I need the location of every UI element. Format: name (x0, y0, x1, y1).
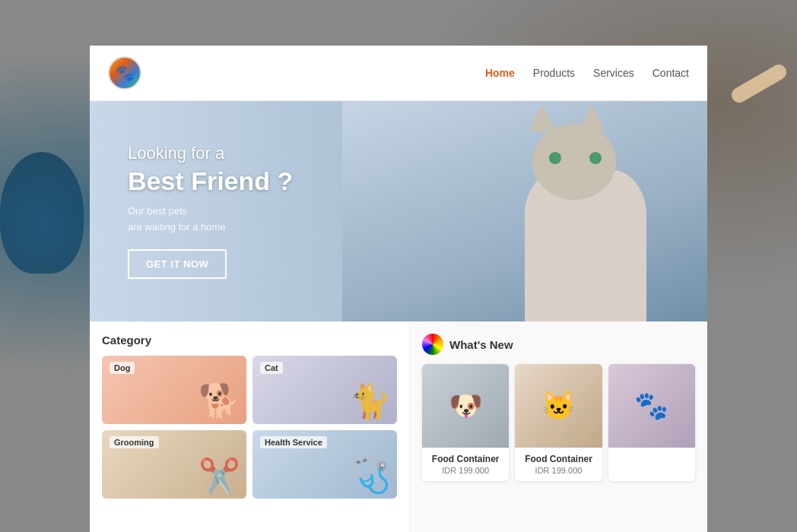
dog-emoji: 🐕 (198, 382, 240, 421)
whats-new-section: What's New 🐶 Food Container IDR 199.000 … (409, 321, 707, 532)
category-card-dog[interactable]: Dog 🐕 (102, 356, 246, 424)
category-title: Category (102, 334, 397, 347)
product-info-2 (608, 448, 695, 461)
health-label: Health Service (260, 436, 327, 448)
products-row: 🐶 Food Container IDR 199.000 🐱 Food Cont… (422, 364, 695, 481)
logo-icon: 🐾 (108, 56, 141, 90)
hero-desc-line1: Our best pets (128, 204, 293, 220)
product-emoji-2: 🐾 (634, 390, 668, 422)
dog-label: Dog (110, 362, 135, 374)
cat-ear-left (529, 105, 556, 131)
product-info-1: Food Container IDR 199.000 (515, 448, 602, 481)
rainbow-badge-icon (422, 334, 443, 355)
product-price-0: IDR 199.000 (428, 466, 503, 475)
bg-bowl-decoration (0, 152, 84, 274)
nav-contact[interactable]: Contact (653, 67, 689, 79)
product-emoji-0: 🐶 (449, 390, 483, 422)
category-grid: Dog 🐕 Cat 🐈 Grooming ✂️ Health Service 🩺 (102, 356, 397, 499)
product-emoji-1: 🐱 (541, 390, 576, 422)
product-img-1: 🐱 (515, 364, 602, 448)
cat-eye-right (589, 152, 602, 164)
product-card-2[interactable]: 🐾 (608, 364, 695, 481)
get-it-now-button[interactable]: GET IT NOW (128, 249, 227, 279)
hero-image (342, 101, 707, 321)
product-price-1: IDR 199.000 (521, 466, 595, 475)
grooming-emoji: ✂️ (198, 456, 240, 496)
nav-services[interactable]: Services (593, 67, 634, 79)
product-name-1: Food Container (521, 454, 595, 464)
navbar: 🐾 Home Products Services Contact (90, 46, 707, 101)
cat-head (532, 124, 616, 200)
product-card-1[interactable]: 🐱 Food Container IDR 199.000 (515, 364, 602, 481)
grooming-label: Grooming (110, 436, 159, 448)
main-card: 🐾 Home Products Services Contact Looking… (90, 46, 707, 532)
product-info-0: Food Container IDR 199.000 (422, 448, 509, 481)
product-card-0[interactable]: 🐶 Food Container IDR 199.000 (422, 364, 509, 481)
product-img-0: 🐶 (422, 364, 509, 448)
logo[interactable]: 🐾 (108, 56, 141, 90)
cat-ear-right (578, 105, 605, 131)
cat-eye-left (549, 152, 561, 164)
cat-label: Cat (260, 362, 283, 374)
cat-emoji: 🐈 (349, 382, 391, 421)
whats-new-title: What's New (449, 338, 513, 351)
category-card-health[interactable]: Health Service 🩺 (252, 430, 397, 499)
cat-illustration (510, 139, 662, 321)
nav-links: Home Products Services Contact (485, 67, 689, 79)
category-section: Category Dog 🐕 Cat 🐈 Grooming ✂️ Health … (90, 321, 409, 532)
nav-products[interactable]: Products (533, 67, 575, 79)
bottom-section: Category Dog 🐕 Cat 🐈 Grooming ✂️ Health … (90, 321, 707, 532)
hero-title: Best Friend ? (128, 166, 293, 196)
hero-content: Looking for a Best Friend ? Our best pet… (90, 113, 331, 309)
category-card-grooming[interactable]: Grooming ✂️ (102, 430, 246, 499)
product-img-2: 🐾 (608, 364, 695, 448)
product-name-0: Food Container (428, 454, 503, 464)
whats-new-header: What's New (422, 334, 695, 355)
health-emoji: 🩺 (349, 456, 391, 496)
hero-desc-line2: are waiting for a home (128, 220, 293, 236)
hero-banner: Looking for a Best Friend ? Our best pet… (90, 101, 707, 321)
nav-home[interactable]: Home (485, 67, 515, 79)
hero-subtitle: Looking for a (128, 144, 293, 163)
category-card-cat[interactable]: Cat 🐈 (252, 356, 397, 424)
